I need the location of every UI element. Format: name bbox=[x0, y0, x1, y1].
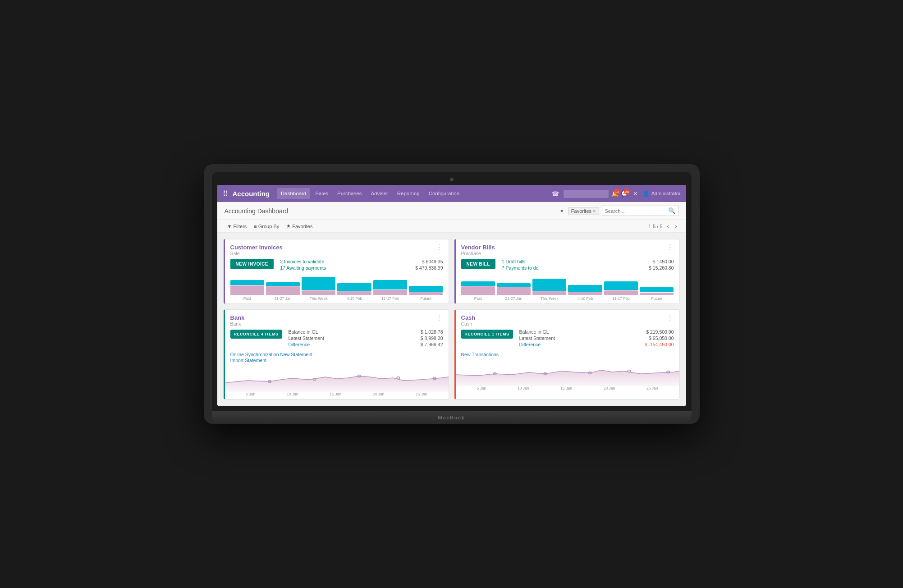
vendor-bills-title: Vendor Bills bbox=[461, 244, 495, 251]
cash-menu-icon[interactable]: ⋮ bbox=[666, 314, 674, 322]
bank-label-1: 5 Jan bbox=[246, 392, 255, 396]
laptop-brand: MacBook bbox=[438, 415, 465, 420]
bar-pink bbox=[532, 291, 566, 295]
bar-label: 11-17 Feb bbox=[373, 296, 407, 301]
cash-link1[interactable]: New Transactions bbox=[461, 352, 674, 357]
bar-group bbox=[337, 283, 371, 295]
bank-label-4: 20 Jan bbox=[373, 392, 385, 396]
bar-group bbox=[568, 285, 602, 295]
cash-line-chart: 5 Jan 10 Jan 15 Jan 20 Jan 25 Jan bbox=[456, 360, 679, 393]
nav-sales[interactable]: Sales bbox=[311, 188, 332, 199]
bank-subtitle: Bank bbox=[230, 321, 245, 326]
bank-stat2-label: Latest Statement bbox=[289, 335, 324, 341]
bar-pink bbox=[604, 290, 638, 295]
cash-header: Cash Cash ⋮ bbox=[456, 310, 679, 329]
groupby-label: Group By bbox=[258, 224, 279, 229]
vendor-bills-body: NEW BILL 1 Draft bills $ 1450.00 7 Payme… bbox=[456, 259, 679, 275]
new-bill-button[interactable]: NEW BILL bbox=[461, 259, 495, 269]
bar-label: 4-10 Feb bbox=[337, 296, 371, 301]
customer-invoices-stat2: 17 Awaiting payments $ 479,836.99 bbox=[280, 265, 443, 271]
bar-pink bbox=[266, 286, 300, 295]
bar-teal bbox=[604, 281, 638, 290]
search-input-wrapper: 🔍 bbox=[602, 206, 679, 216]
bank-link1[interactable]: Online Synchronization New Statement bbox=[230, 352, 443, 357]
stat1-value: $ 6049.35 bbox=[422, 259, 443, 264]
customer-invoices-title: Customer Invoices bbox=[230, 244, 283, 251]
notification-bell-1[interactable]: 🔔 11 bbox=[611, 189, 619, 198]
bank-menu-icon[interactable]: ⋮ bbox=[435, 314, 443, 322]
cash-card: Cash Cash ⋮ RECONCILE 1 ITEMS Balance in… bbox=[454, 309, 680, 400]
vendor-bills-menu-icon[interactable]: ⋮ bbox=[666, 244, 674, 251]
pagination-next-button[interactable]: › bbox=[674, 222, 679, 230]
reconcile-bank-button[interactable]: RECONCILE 4 ITEMS bbox=[230, 330, 282, 339]
bank-stat3-label[interactable]: Difference bbox=[289, 342, 310, 347]
customer-invoices-chart: Past21-27 JanThis Week4-10 Feb11-17 FebF… bbox=[225, 275, 449, 303]
grid-icon[interactable]: ⠿ bbox=[223, 189, 228, 198]
nav-purchases[interactable]: Purchases bbox=[333, 188, 366, 199]
cash-stat2: Latest Statement $ 65,050.00 bbox=[519, 335, 674, 341]
filters-label: Filters bbox=[233, 224, 247, 229]
customer-invoices-body: NEW INVOICE 2 Invoices to validate $ 604… bbox=[225, 259, 449, 275]
user-menu[interactable]: 👤 Administrator bbox=[642, 190, 681, 197]
bar-chart-bars bbox=[230, 277, 443, 295]
topnav-search-input[interactable] bbox=[564, 190, 609, 198]
search-input[interactable] bbox=[602, 207, 665, 215]
nav-configuration[interactable]: Configuration bbox=[425, 188, 463, 199]
reconcile-cash-button[interactable]: RECONCILE 1 ITEMS bbox=[461, 330, 513, 339]
vendor-bills-subtitle: Purchase bbox=[461, 251, 495, 256]
customer-invoices-subtitle: Sale bbox=[230, 251, 283, 256]
bar-chart-labels: Past21-27 JanThis Week4-10 Feb11-17 FebF… bbox=[230, 296, 443, 301]
nav-dashboard[interactable]: Dashboard bbox=[277, 188, 310, 199]
pagination-text: 1-5 / 5 bbox=[648, 224, 662, 229]
search-submit-button[interactable]: 🔍 bbox=[665, 206, 678, 216]
bank-link2[interactable]: Import Statement bbox=[230, 358, 443, 363]
notification-bell-2[interactable]: 💬 24 bbox=[621, 189, 628, 198]
vendor-bills-stat2: 7 Payments to do $ 15,260.80 bbox=[502, 265, 674, 271]
toolbar-right: 1-5 / 5 ‹ › bbox=[648, 222, 678, 230]
groupby-button[interactable]: ≡ Group By bbox=[251, 222, 282, 230]
bar-pink bbox=[497, 287, 531, 295]
bar-teal bbox=[373, 280, 407, 289]
vendor-bills-stats: 1 Draft bills $ 1450.00 7 Payments to do… bbox=[502, 259, 674, 271]
vb-stat1-label[interactable]: 1 Draft bills bbox=[502, 259, 526, 264]
bar-pink bbox=[373, 290, 407, 295]
vendor-bills-header: Vendor Bills Purchase ⋮ bbox=[456, 239, 679, 259]
vb-stat2-label[interactable]: 7 Payments to do bbox=[502, 265, 539, 271]
stat2-label[interactable]: 17 Awaiting payments bbox=[280, 265, 326, 271]
cash-label-1: 5 Jan bbox=[477, 386, 486, 390]
phone-icon[interactable]: ☎ bbox=[550, 188, 561, 199]
bar-group bbox=[302, 277, 335, 295]
new-invoice-button[interactable]: NEW INVOICE bbox=[230, 259, 274, 269]
nav-reporting[interactable]: Reporting bbox=[393, 188, 424, 199]
customer-invoices-header: Customer Invoices Sale ⋮ bbox=[225, 239, 449, 259]
bar-label: Future bbox=[640, 296, 674, 301]
cash-label-2: 10 Jan bbox=[518, 386, 529, 390]
cash-stat3-label[interactable]: Difference bbox=[519, 342, 541, 347]
favorites-button[interactable]: ★ Favorites bbox=[284, 222, 315, 230]
bank-chart-labels: 5 Jan 10 Jan 15 Jan 20 Jan 25 Jan bbox=[225, 392, 449, 396]
nav-adviser[interactable]: Adviser bbox=[367, 188, 392, 199]
favorites-filter-tag[interactable]: Favorites × bbox=[568, 207, 599, 215]
stat1-label[interactable]: 2 Invoices to validate bbox=[280, 259, 324, 264]
cash-stat2-value: $ 65,050.00 bbox=[649, 335, 674, 341]
filters-button[interactable]: ▼ Filters bbox=[225, 222, 250, 230]
customer-invoices-card: Customer Invoices Sale ⋮ NEW INVOICE 2 I… bbox=[224, 239, 449, 304]
pagination-prev-button[interactable]: ‹ bbox=[665, 222, 671, 230]
cash-label-5: 25 Jan bbox=[646, 386, 658, 390]
customer-invoices-menu-icon[interactable]: ⋮ bbox=[435, 244, 443, 251]
bank-stats: Balance in GL $ 1,028.78 Latest Statemen… bbox=[289, 329, 443, 348]
topnav-search-wrapper bbox=[564, 189, 609, 198]
close-icon[interactable]: ✕ bbox=[631, 188, 640, 199]
bank-stat3: Difference $ 7,969.42 bbox=[289, 342, 443, 347]
vendor-bills-chart: Past21-27 JanThis Week4-10 Feb11-17 FebF… bbox=[456, 275, 679, 303]
bar-group bbox=[230, 280, 264, 295]
favorites-tag-close[interactable]: × bbox=[593, 208, 596, 214]
bar-group bbox=[497, 283, 531, 295]
cash-stat1-label: Balance in GL bbox=[519, 329, 549, 335]
bar-pink bbox=[409, 292, 443, 295]
cash-stat3-value: $ -154,450.00 bbox=[645, 342, 674, 347]
bank-stat2: Latest Statement $ 8,998.20 bbox=[289, 335, 443, 341]
notification-badge-2: 24 bbox=[624, 188, 630, 195]
bar-label: Past bbox=[461, 296, 495, 301]
bar-group bbox=[640, 287, 674, 295]
